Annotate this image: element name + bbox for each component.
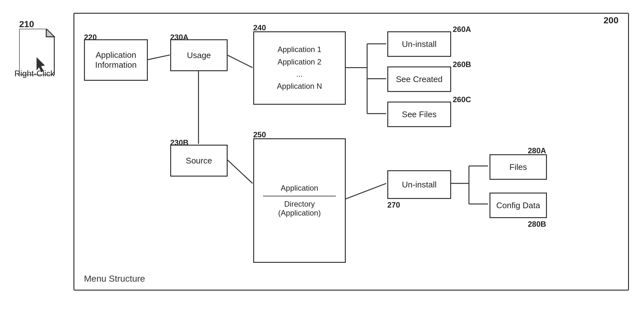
svg-marker-1 (46, 29, 54, 37)
box-280b: Config Data (489, 193, 547, 218)
box-220-label: Application Information (95, 50, 137, 70)
svg-line-12 (345, 183, 386, 199)
box-240-label: Application 1Application 2...Application… (277, 43, 322, 93)
box-280a-label: Files (510, 162, 527, 172)
box-260b-label: See Created (396, 74, 443, 84)
right-click-label: Right-Click (14, 69, 55, 79)
doc-svg (19, 29, 57, 75)
box-260a: Un-install (387, 31, 451, 57)
box-250-bottom: Directory (Application) (278, 200, 321, 217)
main-box-200: 200 Menu Structure (73, 13, 629, 291)
box-260c-label: See Files (402, 110, 436, 119)
box-270: Un-install (387, 170, 451, 199)
svg-line-4 (227, 55, 253, 68)
num-280b: 280B (528, 220, 546, 229)
box-230b-label: Source (186, 156, 212, 166)
num-240: 240 (253, 23, 266, 32)
box-260b: See Created (387, 66, 451, 92)
main-box-num: 200 (603, 15, 618, 26)
box-280b-label: Config Data (496, 201, 540, 210)
diagram-container: 210 Right-Click 200 Menu Structure (6, 6, 635, 303)
num-260c: 260C (453, 95, 471, 104)
doc-num: 210 (19, 19, 34, 29)
document-icon: 210 (16, 16, 57, 67)
box-250-top: Application (281, 184, 318, 193)
svg-line-11 (227, 160, 253, 183)
box-250-divider (263, 196, 336, 196)
box-230a: Usage (170, 39, 228, 71)
box-270-label: Un-install (402, 180, 436, 190)
svg-line-3 (148, 55, 170, 60)
num-250: 250 (253, 130, 266, 139)
num-270: 270 (387, 201, 400, 209)
box-260a-label: Un-install (402, 39, 436, 49)
menu-structure-label: Menu Structure (84, 274, 145, 284)
box-230b: Source (170, 145, 228, 177)
box-280a: Files (489, 154, 547, 180)
box-220: Application Information (84, 39, 148, 81)
num-280a: 280A (528, 146, 546, 155)
box-260c: See Files (387, 102, 451, 127)
box-250: Application Directory (Application) (253, 138, 346, 263)
num-260b: 260B (453, 60, 471, 69)
num-260a: 260A (453, 25, 471, 34)
box-240: Application 1Application 2...Application… (253, 31, 346, 105)
box-230a-label: Usage (187, 50, 211, 60)
